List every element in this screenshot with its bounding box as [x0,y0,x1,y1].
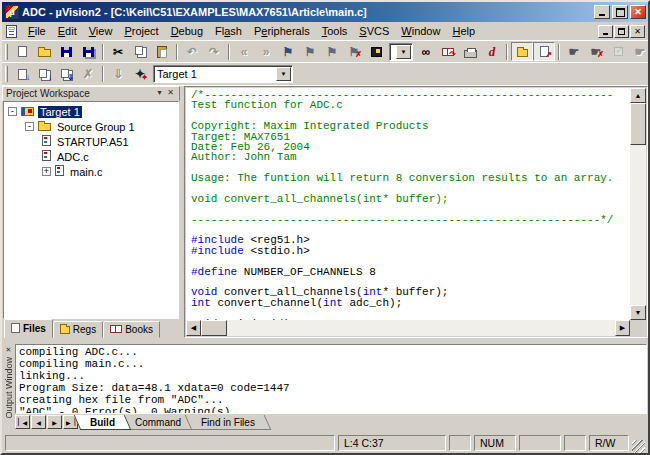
output-close-icon[interactable]: ✕ [3,345,14,356]
cut-button[interactable]: ✂ [107,42,129,61]
menu-svcs[interactable]: SVCS [353,23,395,39]
build-output-log[interactable]: compiling ADC.c...compiling main.c...lin… [15,344,647,414]
prev-tab-icon[interactable]: ◀ [31,415,46,429]
menu-view[interactable]: View [83,23,119,39]
toggle-bookmark-button[interactable]: ⚑ [277,42,299,61]
scrollbar-track[interactable] [630,145,646,305]
indent-right-button[interactable]: » [255,42,277,61]
scroll-down-icon[interactable]: ▼ [630,305,646,320]
download-flash-button[interactable]: ⇓ [107,65,129,84]
tree-toggle-icon[interactable]: + [42,167,51,176]
document-icon[interactable] [6,25,17,38]
save-all-button[interactable] [77,42,99,61]
tab-files[interactable]: Files [4,319,53,338]
tree-item-target-1[interactable]: -Target 1 [4,104,178,119]
menu-debug[interactable]: Debug [165,23,209,39]
tree-toggle-icon[interactable]: - [8,107,17,116]
save-file-button[interactable] [55,42,77,61]
scroll-up-icon[interactable]: ▲ [630,88,646,103]
kill-all-breakpoints-button[interactable]: ☛✗ [585,42,607,61]
redo-button[interactable]: ↷ [203,42,225,61]
code-area[interactable]: /*--------------------------------------… [186,88,630,320]
tree-item-adc-c[interactable]: ADC.c [4,149,178,164]
tree-item-startup-a51[interactable]: STARTUP.A51 [4,134,178,149]
mdi-close-button[interactable]: ✕ [630,25,645,38]
toolbar-grip[interactable] [5,44,8,60]
menu-peripherals[interactable]: Peripherals [248,23,316,39]
next-tab-icon[interactable]: ▶ [47,415,62,429]
goto-next-bookmark-button[interactable]: ⚑ [299,42,321,61]
new-file-button[interactable] [11,42,33,61]
target-combo-value[interactable]: Target 1 [154,68,276,80]
search-combo[interactable]: ▼ [389,43,413,61]
menu-window[interactable]: Window [395,23,446,39]
clear-all-bookmarks-icon: ✗ [355,51,362,59]
copy-button[interactable] [129,42,151,61]
find-in-files-button[interactable]: ↷ [437,42,459,61]
resize-grip[interactable] [632,440,645,453]
menu-tools[interactable]: Tools [316,23,354,39]
menu-bar: FileEditViewProjectDebugFlashPeripherals… [2,22,648,41]
new-file-icon [18,46,27,57]
output-window-toggle-button[interactable]: ↗ [533,42,555,61]
code-editor[interactable]: /*--------------------------------------… [184,86,648,338]
toolbar-grip[interactable] [5,66,8,82]
tree-item-main-c[interactable]: +main.c [4,164,178,179]
menu-project[interactable]: Project [118,23,164,39]
menu-edit[interactable]: Edit [52,23,83,39]
mdi-controls: ✕ [597,25,645,38]
translate-file-button[interactable]: ↓ [11,65,33,84]
scroll-left-icon[interactable]: ◀ [186,320,201,336]
minimize-button[interactable] [594,5,610,19]
tree-toggle-icon[interactable]: - [25,122,34,131]
first-tab-icon[interactable]: ◀ [15,415,30,429]
tab-find-in-files[interactable]: Find in Files [185,415,272,430]
rebuild-all-button[interactable]: ⇓ [55,65,77,84]
chevron-down-icon[interactable]: ▼ [396,45,411,59]
incremental-find-button[interactable] [365,42,387,61]
enable-breakpoint-button[interactable] [607,42,629,61]
undo-button[interactable]: ↶ [181,42,203,61]
mdi-restore-button[interactable] [614,25,629,38]
tab-build[interactable]: Build [74,415,132,430]
scrollbar-thumb[interactable] [630,103,646,145]
code-segment: #define [191,266,237,278]
goto-prev-bookmark-button[interactable]: ⚑ [321,42,343,61]
tree-item-source-group-1[interactable]: -Source Group 1 [4,119,178,134]
menu-help[interactable]: Help [446,23,481,39]
project-window-toggle-button[interactable] [511,42,533,61]
vertical-scrollbar[interactable]: ▲ ▼ [630,88,646,320]
mdi-minimize-button[interactable] [598,25,613,38]
folder-tab-icon-icon [60,326,70,334]
build-target-button[interactable]: ↓ [33,65,55,84]
scrollbar-thumb[interactable] [201,320,227,336]
clear-all-bookmarks-button[interactable]: ⚑✗ [343,42,365,61]
scrollbar-track[interactable] [227,320,615,336]
insert-breakpoint-button[interactable]: ☛ [563,42,585,61]
menu-flash[interactable]: Flash [209,23,248,39]
horizontal-scrollbar[interactable]: ◀ ▶ [186,320,630,336]
options-for-target-button[interactable]: ✦✦ [129,65,151,84]
paste-button[interactable] [151,42,173,61]
find-button[interactable]: ∞ [415,42,437,61]
print-button[interactable] [459,42,481,61]
menu-file[interactable]: File [22,23,52,39]
toolbar-separator [102,44,104,60]
disable-all-breakpoints-button[interactable]: ☛ [629,42,650,61]
start-stop-debug-button[interactable]: d [481,42,503,61]
close-button[interactable]: ✕ [630,5,646,19]
open-file-button[interactable] [33,42,55,61]
tab-books[interactable]: Books [103,321,160,338]
code-line: Usage: The funtion will return 8 convers… [191,173,630,183]
maximize-button[interactable] [612,5,628,19]
scroll-right-icon[interactable]: ▶ [615,320,630,336]
target-select-combo[interactable]: Target 1 ▼ [153,65,293,83]
panel-close-icon[interactable]: ✕ [165,88,176,99]
title-bar[interactable]: μ ADC - µVision2 - [C:\Keil\C51\EXAMPLES… [2,2,648,22]
stop-build-button[interactable]: ✗ [77,65,99,84]
panel-menu-icon[interactable]: ▾ [154,88,165,99]
options-for-target-icon: ✦ [141,74,148,82]
indent-left-button[interactable]: « [233,42,255,61]
tab-regs[interactable]: Regs [53,321,103,338]
chevron-down-icon[interactable]: ▼ [276,67,291,81]
